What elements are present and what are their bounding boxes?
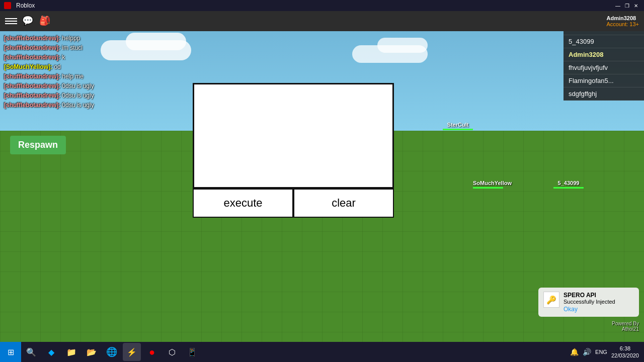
taskbar: ⊞ 🔍 ◆ 📁 📂 🌐 ⚡ ● ⬡ 📱 🔔 🔊 ENG 6:38 22/03/2…	[0, 342, 644, 362]
player-item[interactable]: 5_43099	[564, 35, 644, 48]
editor-buttons: execute clear	[193, 189, 394, 218]
player-label-somuchyellow: SoMuchYellow	[473, 180, 512, 189]
chat-icon[interactable]: 💬	[22, 15, 34, 27]
player-item[interactable]: fhvufjuvjvfjufv	[564, 61, 644, 74]
taskbar-icon-explorer[interactable]: 📁	[62, 343, 80, 361]
notification-panel: 🔑 SPERO API Successfully Injected Okay	[538, 288, 639, 317]
notification-title: SPERO API	[564, 292, 615, 299]
notification-message: Successfully Injected	[564, 299, 615, 305]
powered-by-name: Athoi21	[622, 326, 639, 332]
inventory-icon[interactable]: 🎒	[39, 15, 51, 27]
menu-icon[interactable]	[5, 15, 17, 27]
powered-by-label: Powered By	[612, 321, 639, 326]
toolbar: 💬 🎒 Admin3208 Account: 13+	[0, 11, 644, 31]
chat-message: [shufflebotandrew]: im stucl	[4, 43, 157, 52]
player-item[interactable]: Admin3208	[564, 48, 644, 61]
close-button[interactable]: ✕	[632, 2, 640, 10]
chat-message: [shufflebotandrew]: 0dsu is ugly	[4, 101, 157, 110]
titlebar-left: Roblox	[4, 2, 35, 9]
titlebar-controls: — ❐ ✕	[614, 2, 640, 10]
notification-okay-button[interactable]: Okay	[564, 306, 615, 313]
respawn-button[interactable]: Respawn	[10, 136, 66, 154]
notification-icon: 🔑	[543, 292, 559, 308]
taskbar-icon-code[interactable]: ⚡	[123, 343, 141, 361]
chat-panel: [shufflebotandrew]: helppp[shufflebotand…	[0, 31, 161, 113]
taskbar-icon-record[interactable]: ●	[143, 343, 161, 361]
chat-message: [shufflebotandrew]: 0dsu is ugly	[4, 81, 157, 90]
window-title: Roblox	[16, 2, 35, 9]
taskbar-language: ENG	[595, 349, 607, 355]
admin-account: Account: 13+	[606, 21, 639, 27]
chat-message: [shufflebotandrew]: help me	[4, 72, 157, 81]
clock-time: 6:38	[611, 345, 639, 352]
chat-message: [shufflebotandrew]: helppp	[4, 34, 157, 43]
taskbar-notify-icon: 🔔	[570, 348, 579, 356]
chat-message: [shufflebotandrew]: 0dsu is ugly	[4, 91, 157, 100]
taskbar-icon-files[interactable]: 📂	[83, 343, 101, 361]
taskbar-right: 🔔 🔊 ENG 6:38 22/03/2020	[570, 345, 644, 359]
notification-text: SPERO API Successfully Injected Okay	[564, 292, 615, 313]
player-item[interactable]: sdgfgffghj	[564, 87, 644, 101]
search-taskbar-icon[interactable]: 🔍	[22, 343, 40, 361]
powered-by: Powered By Athoi21	[612, 321, 639, 332]
player-label-stercult: SterCult	[443, 122, 473, 130]
maximize-button[interactable]: ❐	[623, 2, 631, 10]
player-item[interactable]: Flamingofan5...	[564, 74, 644, 87]
chat-message: [shufflebotandrew]: k	[4, 53, 157, 62]
admin-info: Admin3208 Account: 13+	[606, 15, 639, 27]
account-label: Account: 13+	[606, 21, 639, 27]
clear-button[interactable]: clear	[293, 189, 394, 218]
titlebar: Roblox — ❐ ✕	[0, 0, 644, 11]
taskbar-icon-mobile[interactable]: 📱	[183, 343, 201, 361]
player-label-5-43099: 5_43099	[553, 180, 584, 189]
admin-name: Admin3208	[606, 15, 639, 21]
chat-message: [SoMuchYellow]: od	[4, 62, 157, 71]
clock-date: 22/03/2020	[611, 352, 639, 359]
script-editor: execute clear	[193, 83, 394, 218]
script-textarea[interactable]	[193, 83, 394, 189]
roblox-icon	[4, 2, 11, 9]
start-button[interactable]: ⊞	[0, 342, 21, 362]
execute-button[interactable]: execute	[193, 189, 293, 218]
minimize-button[interactable]: —	[614, 2, 622, 10]
taskbar-icon-hex[interactable]: ⬡	[163, 343, 181, 361]
taskbar-icon-cortana[interactable]: ◆	[42, 343, 60, 361]
taskbar-icon-chrome[interactable]: 🌐	[103, 343, 121, 361]
clock: 6:38 22/03/2020	[611, 345, 639, 359]
taskbar-volume-icon: 🔊	[583, 348, 591, 356]
